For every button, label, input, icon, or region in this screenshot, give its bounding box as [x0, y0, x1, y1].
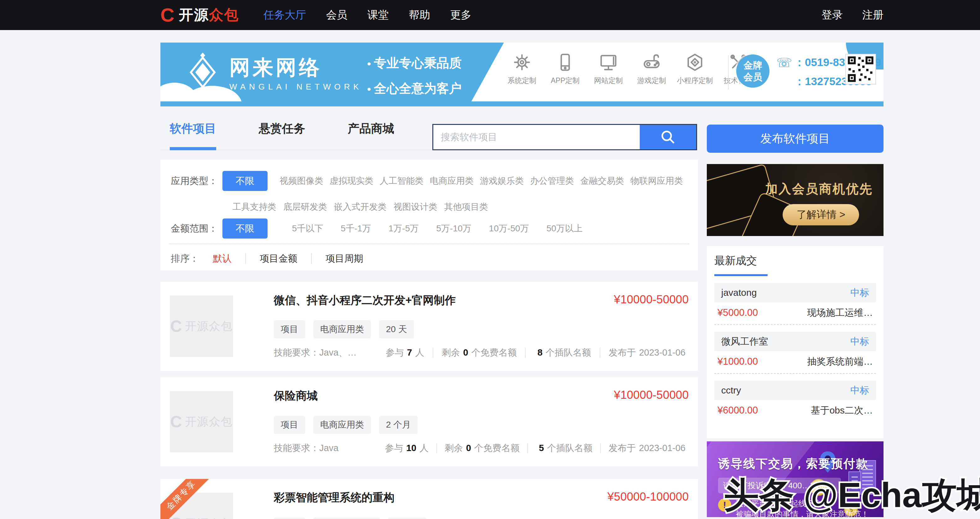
project-card[interactable]: C 开源众包 保险商城 ¥10000-50000 项目 电商应用类 2 个月 技… [161, 377, 698, 467]
filter-option[interactable]: 金融交易类 [580, 175, 624, 187]
project-meta: 技能要求：Java、… 参与7人 剩余0个免费名额 8个插队名额 发布于2023… [274, 346, 689, 362]
tabs-row: 软件项目 悬赏任务 产品商城 [161, 115, 698, 150]
filter-option[interactable]: 5万-10万 [436, 222, 471, 235]
monitor-icon [599, 52, 618, 72]
login-link[interactable]: 登录 [821, 8, 843, 22]
project-tag: 项目 [274, 416, 305, 434]
deal-project[interactable]: 抽奖系统前端… [807, 355, 873, 368]
nav-item-task-hall[interactable]: 任务大厅 [264, 8, 306, 22]
smartphone-icon [555, 52, 575, 72]
project-title[interactable]: 微信、抖音小程序二次开发+官网制作 [274, 293, 455, 308]
filter-option[interactable]: 人工智能类 [380, 175, 423, 187]
deal-user: cctry [721, 385, 741, 396]
nav-item-help[interactable]: 帮助 [409, 8, 430, 22]
sort-label: 排序： [171, 252, 199, 265]
filter-label-app-type: 应用类型： [171, 175, 223, 187]
skill-requirement: 技能要求：Java [274, 442, 377, 454]
wanglai-brand: 网来网络 WANGLAI NETWORK [186, 52, 362, 96]
tab-product-mall[interactable]: 产品商城 [348, 121, 394, 150]
banner-slogans: 专业专心秉品质 全心全意为客户 [367, 54, 461, 97]
filter-option[interactable]: 电商应用类 [430, 175, 474, 187]
tab-software-projects[interactable]: 软件项目 [170, 121, 216, 150]
warn-ad-hotline: 请拨打投诉电话：400…2008 [718, 478, 841, 493]
service-miniprogram: 小程序定制 [681, 52, 709, 86]
filter-option[interactable]: 其他项目类 [444, 201, 488, 213]
filter-option[interactable]: 游戏娱乐类 [480, 175, 524, 187]
slogan-1: 专业专心秉品质 [367, 54, 461, 72]
filter-option[interactable]: 嵌入式开发类 [334, 201, 387, 213]
deal-status: 中标 [850, 335, 869, 348]
member-ad-cta-button[interactable]: 了解详情 > [783, 204, 859, 225]
deal-item: 微风工作室 中标 ¥1000.00 抽奖系统前端… [714, 332, 876, 374]
publish-project-button[interactable]: 发布软件项目 [707, 125, 883, 153]
gold-member-badge: 金牌 会员 [736, 54, 770, 88]
search-box [432, 124, 697, 150]
anti-fraud-ad-banner[interactable]: $ $ 诱导线下交易，索要预付款 请拨打投诉电话：400…2008 ! 近期平台… [707, 441, 883, 517]
site-logo[interactable]: C 开源众包 [161, 5, 239, 25]
filter-option[interactable]: 5千以下 [292, 222, 323, 235]
service-app: APP定制 [551, 52, 580, 86]
project-card[interactable]: 金牌专享 C 开源众包 彩票智能管理系统的重构 ¥50000-100000 项目… [161, 479, 698, 519]
deal-project[interactable]: 基于obs二次… [811, 404, 873, 417]
filter-option[interactable]: 虚拟现实类 [329, 175, 374, 187]
deal-amount: ¥6000.00 [718, 405, 758, 416]
sort-option-amount[interactable]: 项目金额 [260, 252, 298, 265]
deal-status: 中标 [850, 286, 869, 299]
project-title[interactable]: 彩票智能管理系统的重构 [274, 490, 395, 505]
dashed-divider [714, 324, 876, 325]
filter-option[interactable]: 5千-1万 [341, 222, 371, 235]
skill-requirement: 技能要求：Java、… [274, 346, 377, 359]
project-price: ¥10000-50000 [614, 389, 689, 402]
dotted-divider [169, 244, 689, 244]
search-input[interactable] [433, 125, 640, 149]
deal-user-row[interactable]: 微风工作室 中标 [714, 332, 876, 351]
filter-option[interactable]: 物联网应用类 [630, 175, 683, 187]
diamond-logo-icon [186, 52, 220, 96]
sort-option-default[interactable]: 默认 [213, 252, 232, 265]
filter-option[interactable]: 办公管理类 [530, 175, 574, 187]
filter-option[interactable]: 视图设计类 [393, 201, 438, 213]
warning-icon: ! [718, 498, 731, 511]
filter-option[interactable]: 视频图像类 [280, 175, 323, 187]
filter-chip-unlimited-amount[interactable]: 不限 [223, 219, 267, 238]
nav-item-class[interactable]: 课堂 [368, 8, 389, 22]
filter-option[interactable]: 工具支持类 [232, 201, 276, 213]
nav-item-member[interactable]: 会员 [326, 8, 347, 22]
project-tag: 项目 [274, 517, 305, 519]
search-button[interactable] [640, 125, 696, 149]
project-tag: 2 个月 [379, 416, 418, 434]
project-title[interactable]: 保险商城 [274, 389, 318, 403]
deal-project[interactable]: 现场施工运维… [807, 306, 873, 319]
top-navbar: C 开源众包 任务大厅 会员 课堂 帮助 更多 登录 注册 [0, 0, 980, 30]
project-price: ¥10000-50000 [614, 293, 689, 306]
filter-option[interactable]: 底层研发类 [283, 201, 327, 213]
sort-option-period[interactable]: 项目周期 [326, 252, 363, 265]
deal-user: javatong [721, 287, 757, 298]
tab-bounty-tasks[interactable]: 悬赏任务 [259, 121, 305, 150]
nav-item-more[interactable]: 更多 [450, 8, 471, 22]
brand-name-en: WANGLAI NETWORK [229, 82, 362, 92]
deal-user-row[interactable]: cctry 中标 [714, 381, 876, 400]
service-website: 网站定制 [594, 52, 623, 86]
register-link[interactable]: 注册 [862, 8, 883, 22]
latest-deals-panel: 最新成交 javatong 中标 ¥5000.00 现场施工运维… 微风工作室 … [707, 246, 883, 438]
telephone-icon: ☏ [776, 56, 792, 70]
deal-amount: ¥5000.00 [718, 307, 758, 318]
project-card[interactable]: C 开源众包 微信、抖音小程序二次开发+官网制作 ¥10000-50000 项目… [161, 282, 698, 371]
main-nav: 任务大厅 会员 课堂 帮助 更多 [264, 8, 471, 22]
filter-option[interactable]: 1万-5万 [388, 222, 418, 235]
filter-chip-unlimited-type[interactable]: 不限 [223, 171, 267, 191]
latest-deals-header: 最新成交 [714, 254, 876, 268]
wanglai-ad-banner[interactable]: 网来网络 WANGLAI NETWORK 专业专心秉品质 全心全意为客户 系统定… [161, 43, 883, 106]
deal-user-row[interactable]: javatong 中标 [714, 283, 876, 302]
header-underline [714, 274, 768, 276]
filter-option[interactable]: 10万-50万 [489, 222, 529, 235]
project-thumbnail: C 开源众包 [170, 391, 233, 452]
filter-option[interactable]: 50万以上 [546, 222, 582, 235]
project-tag: 电商应用类 [313, 416, 371, 434]
member-ad-banner[interactable]: 加入会员商机优先 了解详情 > [707, 164, 883, 236]
member-ad-title: 加入会员商机优先 [765, 180, 873, 197]
brand-name-cn: 网来网络 [229, 56, 362, 79]
banner-services: 系统定制 APP定制 网站定制 游戏定制 小程序定制 技术咨询 [508, 52, 752, 86]
project-tag: 电商应用类 [313, 320, 371, 338]
